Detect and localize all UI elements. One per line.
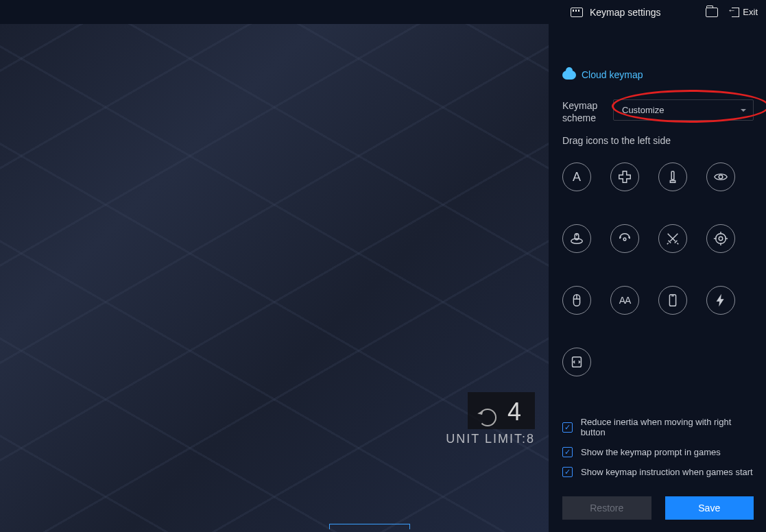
bottom-highlight [329,524,410,529]
script-icon[interactable] [562,348,591,376]
check-show-prompt[interactable]: ✓ Show the keymap prompt in games [562,447,754,457]
svg-point-0 [719,176,723,180]
exit-icon [729,8,739,17]
cloud-icon [562,71,576,80]
exit-label: Exit [743,7,758,17]
keymap-panel: Cloud keymap Keymap scheme Customize Dra… [549,24,766,532]
check-label: Reduce inertia when moving with right bu… [581,417,754,437]
hud-count: 4 [507,398,524,426]
save-button[interactable]: Save [665,496,754,520]
mouse-icon[interactable] [562,286,591,315]
cloud-label: Cloud keymap [582,69,643,80]
checkbox-icon: ✓ [562,447,573,457]
swords-icon[interactable] [658,224,687,253]
scheme-row: Keymap scheme Customize [562,99,754,124]
game-viewport[interactable]: 4 UNIT LIMIT:8 [0,24,549,532]
device-icon[interactable] [658,286,687,315]
bolt-icon[interactable] [706,286,735,315]
topbar: Keymap settings Exit [0,0,766,24]
bullet-icon[interactable] [658,162,687,191]
svg-point-5 [716,234,726,244]
checkbox-icon: ✓ [562,467,573,477]
tool-icon-grid: A AA [562,162,754,376]
check-label: Show keymap instruction when games start [581,467,753,477]
scheme-label: Keymap scheme [562,99,603,124]
check-show-instruction[interactable]: ✓ Show keymap instruction when games sta… [562,467,754,477]
folder-icon[interactable] [706,8,718,17]
scheme-dropdown[interactable]: Customize [613,99,754,121]
cloud-keymap-link[interactable]: Cloud keymap [562,69,754,80]
svg-point-4 [623,238,626,241]
options-checks: ✓ Reduce inertia when moving with right … [562,417,754,477]
hud-counter: 4 [468,392,535,429]
check-label: Show the keymap prompt in games [581,447,721,457]
hud-limit: UNIT LIMIT:8 [446,432,535,446]
check-reduce-inertia[interactable]: ✓ Reduce inertia when moving with right … [562,417,754,437]
letter-a-icon[interactable]: A [562,162,591,191]
restore-button[interactable]: Restore [562,496,651,520]
drag-hint: Drag icons to the left side [562,135,754,146]
checkbox-icon: ✓ [562,422,573,433]
svg-point-6 [719,237,723,241]
topbar-title: Keymap settings [590,7,661,18]
double-a-icon[interactable]: AA [610,286,639,315]
keyboard-icon [571,8,583,17]
mouse-orbit-icon[interactable] [562,224,591,253]
scheme-selected: Customize [613,99,754,121]
refresh-icon [479,409,496,426]
topbar-right: Exit [706,7,758,17]
eye-icon[interactable] [706,162,735,191]
title-block: Keymap settings [571,7,661,18]
crosshair-icon[interactable] [706,224,735,253]
exit-button[interactable]: Exit [729,7,758,17]
panel-buttons: Restore Save [562,496,754,520]
dpad-icon[interactable] [610,162,639,191]
tilt-icon[interactable] [610,224,639,253]
